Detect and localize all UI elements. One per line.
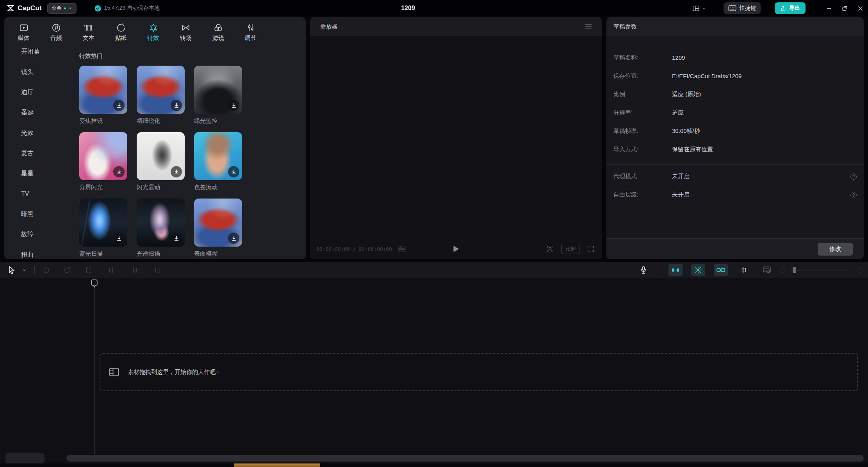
- download-icon[interactable]: [228, 166, 239, 177]
- link-icon: [717, 268, 725, 272]
- category-item[interactable]: 开闭幕: [4, 41, 62, 62]
- draft-row: 比例: 适应 (原始): [606, 85, 864, 104]
- category-item[interactable]: TV: [4, 184, 62, 204]
- zoom-in-button[interactable]: [857, 267, 863, 273]
- tab-transition[interactable]: 转场: [169, 17, 202, 41]
- row-label: 草稿名称:: [613, 54, 638, 61]
- effect-thumbnail: [137, 132, 185, 180]
- row-label: 自由层级:: [613, 191, 638, 199]
- redo-button[interactable]: [63, 266, 71, 274]
- effect-card[interactable]: 变焦推镜: [79, 66, 127, 125]
- magnet-snap-icon: [672, 267, 679, 273]
- help-icon[interactable]: ?: [850, 174, 857, 180]
- category-item[interactable]: 迪厅: [4, 82, 62, 102]
- ratio-button[interactable]: 比例: [561, 244, 579, 254]
- zoom-out-button[interactable]: [780, 267, 786, 273]
- download-icon[interactable]: [113, 233, 125, 244]
- player-menu-icon[interactable]: [585, 24, 592, 29]
- tab-sticker[interactable]: 贴纸: [105, 17, 137, 41]
- download-icon[interactable]: [228, 100, 239, 111]
- record-voice-button[interactable]: [640, 265, 647, 275]
- chevron-down-icon: [22, 268, 26, 272]
- download-icon[interactable]: [113, 166, 125, 177]
- download-icon[interactable]: [171, 166, 182, 177]
- close-button[interactable]: [852, 0, 868, 16]
- fullscreen-icon[interactable]: [586, 245, 595, 253]
- sticker-icon: [116, 23, 126, 33]
- category-item[interactable]: 扭曲: [4, 245, 62, 259]
- tab-adjust[interactable]: 调节: [234, 17, 267, 41]
- restore-icon: [842, 6, 847, 11]
- playhead-marker[interactable]: [91, 279, 98, 288]
- effect-card[interactable]: 精细锐化: [137, 66, 185, 125]
- category-item[interactable]: 光效: [4, 123, 62, 143]
- restore-button[interactable]: [837, 0, 852, 16]
- select-tool-button[interactable]: [8, 266, 16, 274]
- tab-label: 调节: [245, 35, 257, 41]
- download-icon[interactable]: [113, 100, 125, 111]
- category-item[interactable]: 复古: [4, 143, 62, 163]
- layout-switch-button[interactable]: [692, 4, 706, 13]
- trim-left-button[interactable]: [108, 266, 116, 274]
- preview-axis-icon: [740, 266, 748, 274]
- snap-toggle[interactable]: [668, 264, 683, 276]
- crop-button[interactable]: [154, 266, 162, 274]
- export-button[interactable]: 导出: [775, 2, 806, 14]
- link-toggle[interactable]: [714, 264, 728, 276]
- download-icon[interactable]: [228, 233, 239, 244]
- frame-zoom-icon[interactable]: [546, 245, 554, 253]
- effect-category-list: 开闭幕 镜头 迪厅 圣诞 光效 复古 星星 TV 暗黑 故障 扭曲: [4, 41, 62, 259]
- menu-button[interactable]: 菜单: [47, 3, 77, 14]
- app-brand: CapCut: [6, 4, 42, 13]
- tab-text[interactable]: TI 文本: [72, 17, 105, 41]
- effect-name: 精细锐化: [137, 117, 185, 125]
- zoom-slider-handle[interactable]: [793, 267, 796, 273]
- material-preview-button[interactable]: [763, 266, 771, 274]
- effect-card[interactable]: 蓝光扫描: [79, 199, 127, 258]
- tab-effects[interactable]: 特效: [137, 17, 169, 41]
- select-tool-dropdown[interactable]: [22, 268, 26, 272]
- effect-thumbnail: [194, 199, 242, 247]
- category-item[interactable]: 暗黑: [4, 204, 62, 224]
- trim-right-icon: [130, 266, 138, 274]
- tab-audio[interactable]: 音频: [40, 17, 72, 41]
- effect-card[interactable]: 光谱扫描: [137, 199, 185, 258]
- horizontal-scrollbar[interactable]: [66, 455, 864, 462]
- effect-card[interactable]: 闪光震动: [137, 132, 185, 191]
- undo-button[interactable]: [42, 266, 50, 274]
- linkage-toggle[interactable]: [691, 264, 705, 276]
- row-label: 草稿帧率:: [613, 127, 638, 135]
- tab-label: 音频: [50, 35, 62, 41]
- category-item[interactable]: 圣诞: [4, 102, 62, 123]
- effect-card[interactable]: 分屏闪光: [79, 132, 127, 191]
- timeline-dropzone[interactable]: 素材拖拽到这里，开始你的大作吧~: [100, 353, 858, 391]
- divider: [34, 266, 35, 274]
- row-value: 适应: [672, 109, 684, 116]
- modify-button[interactable]: 修改: [818, 243, 853, 256]
- download-icon[interactable]: [171, 233, 182, 244]
- timeline-zoom-slider[interactable]: [790, 270, 848, 270]
- effect-card[interactable]: 表面模糊: [194, 199, 242, 258]
- trim-right-button[interactable]: [130, 266, 138, 274]
- category-item[interactable]: 星星: [4, 163, 62, 184]
- tab-label: 特效: [148, 35, 159, 41]
- tab-filter[interactable]: 滤镜: [202, 17, 234, 41]
- effects-content: 特效热门 变焦推镜 精细锐化: [62, 41, 306, 259]
- category-item[interactable]: 故障: [4, 224, 62, 245]
- effect-card[interactable]: 色差流动: [194, 132, 242, 191]
- tab-media[interactable]: 媒体: [7, 17, 40, 41]
- shortcuts-button[interactable]: 快捷键: [724, 2, 761, 14]
- current-time: 00:00:00:00: [316, 246, 350, 252]
- preview-axis-button[interactable]: [740, 266, 748, 274]
- play-button[interactable]: [453, 245, 460, 253]
- minimize-button[interactable]: [821, 0, 837, 16]
- capcut-logo-icon: [6, 4, 15, 13]
- close-icon: [858, 6, 863, 11]
- effect-name: 光谱扫描: [137, 250, 185, 258]
- effect-card[interactable]: 绿光监控: [194, 66, 242, 125]
- split-button[interactable]: [84, 266, 92, 274]
- help-icon[interactable]: ?: [850, 192, 857, 198]
- download-icon[interactable]: [171, 100, 182, 111]
- category-item[interactable]: 镜头: [4, 62, 62, 82]
- effect-name: 闪光震动: [137, 184, 185, 191]
